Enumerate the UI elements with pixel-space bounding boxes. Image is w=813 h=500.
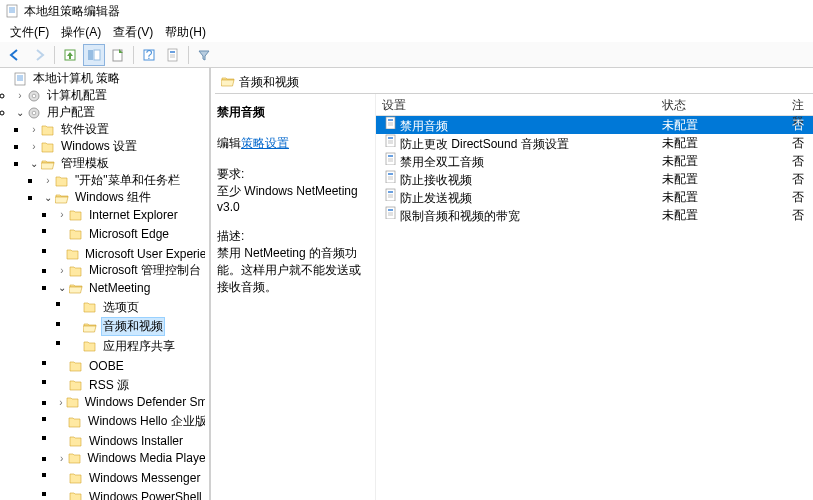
- gear-icon: [26, 106, 42, 120]
- tree-software[interactable]: ›软件设置: [28, 121, 209, 138]
- tree-defender[interactable]: ›Windows Defender SmartS: [56, 394, 209, 411]
- cell-note: 否: [786, 206, 813, 225]
- show-hide-tree-button[interactable]: [83, 44, 105, 66]
- folder-icon: [82, 320, 98, 334]
- tree-installer[interactable]: Windows Installer: [56, 433, 209, 450]
- menu-bar: 文件(F) 操作(A) 查看(V) 帮助(H): [0, 22, 813, 42]
- tree-edge[interactable]: Microsoft Edge: [56, 226, 209, 243]
- tree-label: Windows Defender SmartS: [83, 395, 205, 409]
- policy-icon: [382, 116, 398, 130]
- help-button[interactable]: ?: [138, 44, 160, 66]
- chevron-down-icon[interactable]: ⌄: [42, 192, 54, 203]
- requirement-value: 至少 Windows NetMeeting v3.0: [217, 183, 369, 214]
- tree-messenger[interactable]: Windows Messenger: [56, 469, 209, 486]
- tree-winsettings[interactable]: ›Windows 设置: [28, 138, 209, 155]
- right-header-title: 音频和视频: [239, 74, 299, 91]
- right-header: 音频和视频: [215, 72, 813, 94]
- title-bar: 本地组策略编辑器: [0, 0, 813, 22]
- tree-label: Windows Messenger: [87, 471, 202, 485]
- tree-oobe[interactable]: OOBE: [56, 357, 209, 374]
- export-button[interactable]: [107, 44, 129, 66]
- chevron-right-icon[interactable]: ›: [28, 141, 40, 152]
- tree-wmp[interactable]: ›Windows Media Player: [56, 450, 209, 467]
- chevron-down-icon[interactable]: ⌄: [28, 158, 40, 169]
- chevron-right-icon[interactable]: ›: [42, 175, 54, 186]
- forward-button[interactable]: [28, 44, 50, 66]
- chevron-right-icon[interactable]: ›: [56, 265, 68, 276]
- folder-icon: [221, 75, 235, 90]
- tree-rss[interactable]: RSS 源: [56, 377, 209, 394]
- policy-icon: [382, 188, 398, 202]
- tree-powershell[interactable]: Windows PowerShell: [56, 489, 209, 501]
- tree-label: Internet Explorer: [87, 208, 180, 222]
- tree-label: 软件设置: [59, 121, 111, 138]
- cell-note: 否: [786, 188, 813, 207]
- chevron-down-icon[interactable]: ⌄: [56, 282, 68, 293]
- policy-row[interactable]: 防止发送视频未配置否: [376, 188, 813, 206]
- policy-row[interactable]: 防止接收视频未配置否: [376, 170, 813, 188]
- chevron-right-icon[interactable]: ›: [14, 90, 26, 101]
- menu-help[interactable]: 帮助(H): [159, 22, 212, 43]
- chevron-right-icon[interactable]: ›: [56, 453, 67, 464]
- tree-mmc[interactable]: ›Microsoft 管理控制台: [56, 262, 209, 279]
- tree-label: 计算机配置: [45, 87, 109, 104]
- tree-hello[interactable]: Windows Hello 企业版: [56, 413, 209, 430]
- tree-nm-options[interactable]: 选项页: [70, 299, 209, 316]
- filter-button[interactable]: [193, 44, 215, 66]
- tree-root[interactable]: 本地计算机 策略: [0, 70, 209, 87]
- app-icon: [4, 3, 20, 19]
- edit-policy-link[interactable]: 策略设置: [241, 136, 289, 150]
- svg-rect-12: [94, 50, 100, 60]
- folder-icon: [54, 191, 70, 205]
- policy-row[interactable]: 禁用全双工音频未配置否: [376, 152, 813, 170]
- menu-file[interactable]: 文件(F): [4, 22, 55, 43]
- tree-netmeeting[interactable]: ⌄NetMeeting: [56, 279, 209, 296]
- list-header: 设置 状态 注释: [376, 94, 813, 116]
- cell-state: 未配置: [656, 188, 786, 207]
- cell-state: 未配置: [656, 206, 786, 225]
- tree-label: OOBE: [87, 359, 126, 373]
- tree-admin-templates[interactable]: ⌄管理模板: [28, 155, 209, 172]
- tree-ie[interactable]: ›Internet Explorer: [56, 206, 209, 223]
- chevron-right-icon[interactable]: ›: [56, 397, 66, 408]
- policy-row[interactable]: 禁用音频未配置否: [376, 116, 813, 134]
- chevron-right-icon[interactable]: ›: [56, 209, 68, 220]
- folder-icon: [66, 247, 80, 261]
- tree-user-config[interactable]: ⌄用户配置: [14, 104, 209, 121]
- up-button[interactable]: [59, 44, 81, 66]
- chevron-right-icon[interactable]: ›: [28, 124, 40, 135]
- folder-icon: [40, 140, 56, 154]
- cell-state: 未配置: [656, 152, 786, 171]
- cell-state: 未配置: [656, 170, 786, 189]
- column-state[interactable]: 状态: [656, 94, 786, 115]
- tree-pane[interactable]: 本地计算机 策略›计算机配置⌄用户配置›软件设置›Windows 设置⌄管理模板…: [0, 68, 210, 500]
- tree-nm-av[interactable]: 音频和视频: [70, 318, 209, 335]
- separator: [54, 46, 55, 64]
- tree-label: 应用程序共享: [101, 338, 177, 355]
- separator: [133, 46, 134, 64]
- properties-button[interactable]: [162, 44, 184, 66]
- menu-action[interactable]: 操作(A): [55, 22, 107, 43]
- cell-state: 未配置: [656, 116, 786, 135]
- column-setting[interactable]: 设置: [376, 94, 656, 115]
- folder-icon: [40, 123, 56, 137]
- tree-label: Microsoft User Experience: [83, 247, 205, 261]
- tree-win-components[interactable]: ⌄Windows 组件: [42, 189, 209, 206]
- tree-label: NetMeeting: [87, 281, 152, 295]
- requirement-label: 要求:: [217, 166, 369, 183]
- policy-row[interactable]: 限制音频和视频的带宽未配置否: [376, 206, 813, 224]
- back-button[interactable]: [4, 44, 26, 66]
- column-note[interactable]: 注释: [786, 94, 813, 115]
- folder-icon: [82, 300, 98, 314]
- separator: [188, 46, 189, 64]
- tree-start-menu[interactable]: ›"开始"菜单和任务栏: [42, 172, 209, 189]
- chevron-down-icon[interactable]: ⌄: [14, 107, 26, 118]
- tree-mue[interactable]: Microsoft User Experience: [56, 245, 209, 262]
- tree-label: Windows 组件: [73, 189, 153, 206]
- menu-view[interactable]: 查看(V): [107, 22, 159, 43]
- list-pane[interactable]: 设置 状态 注释 禁用音频未配置否防止更改 DirectSound 音频设置未配…: [376, 94, 813, 500]
- cell-note: 否: [786, 134, 813, 153]
- tree-computer-config[interactable]: ›计算机配置: [14, 87, 209, 104]
- policy-row[interactable]: 防止更改 DirectSound 音频设置未配置否: [376, 134, 813, 152]
- tree-nm-appshare[interactable]: 应用程序共享: [70, 338, 209, 355]
